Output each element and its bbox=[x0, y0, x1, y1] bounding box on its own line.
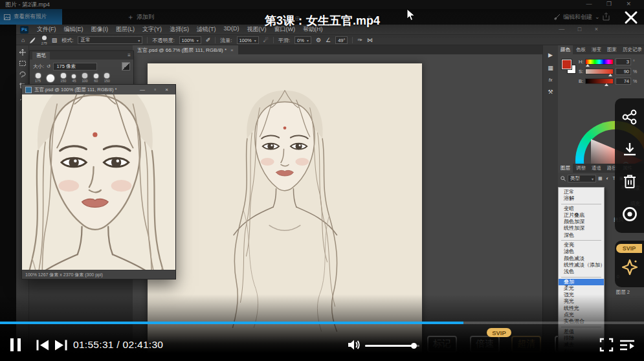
blend-mode-option[interactable]: 变亮 bbox=[559, 242, 604, 248]
ps-menu-item[interactable]: 文件(F) bbox=[37, 25, 56, 34]
panel-tab[interactable]: 色板 bbox=[573, 45, 588, 54]
saturation-slider-marker[interactable] bbox=[608, 74, 612, 76]
close-player-icon[interactable] bbox=[624, 10, 638, 25]
fx-panel-icon[interactable]: fx bbox=[549, 78, 552, 82]
ps-window-controls[interactable]: — □ × bbox=[559, 26, 604, 32]
toggle-brush-panel-icon[interactable]: ▨ bbox=[52, 37, 58, 43]
angle-field[interactable]: 49° bbox=[335, 36, 348, 44]
brightness-value-field[interactable]: 74 bbox=[616, 78, 631, 85]
view-all-photos-tab[interactable]: 查看所有照片 bbox=[0, 9, 62, 25]
volume-icon[interactable] bbox=[347, 338, 361, 351]
pressure-size-icon[interactable]: ✑ bbox=[357, 37, 362, 43]
brush-preset[interactable] bbox=[47, 74, 54, 83]
blend-mode-option[interactable]: 正片叠底 bbox=[559, 212, 604, 219]
panel-menu-icon[interactable]: ≡ bbox=[128, 52, 131, 58]
blend-mode-option[interactable]: 亮光 bbox=[559, 298, 604, 305]
trash-icon[interactable] bbox=[622, 173, 638, 190]
saturation-slider[interactable] bbox=[585, 69, 614, 74]
blend-mode-option[interactable]: 柔光 bbox=[559, 285, 604, 292]
tool-presets-icon[interactable]: ⚒ bbox=[548, 89, 553, 95]
panel-tab[interactable]: 颜色 bbox=[558, 45, 573, 54]
ps-menu-item[interactable]: 选择(S) bbox=[170, 25, 189, 34]
blend-mode-option[interactable]: 变暗 bbox=[559, 206, 604, 212]
panel-tab[interactable]: 通道 bbox=[589, 164, 604, 173]
volume-slider[interactable] bbox=[365, 345, 419, 347]
panel-tab[interactable]: 图层 bbox=[558, 164, 573, 173]
layer-row-layer2[interactable]: 图层 2 bbox=[616, 289, 630, 296]
ps-menu-item[interactable]: 图层(L) bbox=[116, 25, 135, 34]
next-video-button[interactable] bbox=[54, 339, 68, 351]
brush-preset[interactable]: 100 bbox=[82, 73, 88, 83]
foreground-background-swatches[interactable] bbox=[562, 60, 576, 74]
brush-texture-toggle[interactable] bbox=[122, 62, 130, 71]
blend-mode-option[interactable]: 滤色 bbox=[559, 248, 604, 255]
brush-preset-picker[interactable]: 175 bbox=[41, 36, 47, 45]
floating-canvas[interactable] bbox=[22, 94, 175, 270]
document-tab[interactable]: 五官.psd @ 66.7% (图层 111, RGB/8) * × bbox=[133, 45, 238, 54]
pause-button[interactable] bbox=[10, 338, 21, 351]
saturation-value-field[interactable]: 90 bbox=[616, 68, 631, 75]
brush-preset[interactable]: 45 bbox=[72, 74, 76, 83]
smoothing-gear-icon[interactable]: ⚙ bbox=[316, 37, 321, 43]
lasso-tool-icon[interactable] bbox=[19, 71, 26, 78]
volume-knob[interactable] bbox=[411, 343, 417, 349]
brightness-slider-marker[interactable] bbox=[605, 83, 608, 86]
blend-mode-option[interactable]: 颜色加深 bbox=[559, 219, 604, 225]
panel-tab[interactable]: 历史记录 bbox=[620, 45, 644, 54]
layer-filter-select[interactable]: 类型▾ bbox=[568, 175, 596, 182]
blend-mode-option[interactable]: 强光 bbox=[559, 292, 604, 298]
magic-star-icon[interactable] bbox=[621, 257, 639, 277]
add-to-button[interactable]: ＋ 添加到 bbox=[127, 9, 154, 25]
smoothing-select[interactable]: 0%▾ bbox=[294, 36, 311, 44]
reset-icon[interactable]: ↺ bbox=[47, 63, 50, 69]
panel-tab[interactable]: 渐变 bbox=[589, 45, 604, 54]
ps-canvas-area[interactable] bbox=[133, 54, 542, 353]
fullscreen-icon[interactable] bbox=[599, 338, 614, 352]
brush-tool-icon[interactable] bbox=[29, 37, 36, 44]
ps-menu-item[interactable]: 图像(I) bbox=[91, 25, 109, 34]
blend-mode-option[interactable] bbox=[561, 240, 601, 241]
record-icon[interactable] bbox=[621, 206, 638, 223]
hue-slider-marker[interactable] bbox=[586, 64, 590, 67]
airbrush-icon[interactable]: ☄ bbox=[263, 37, 269, 43]
brush-size-input[interactable]: 175 像素 bbox=[53, 63, 97, 71]
ps-menu-item[interactable]: 文字(Y) bbox=[142, 25, 162, 34]
floating-window-controls[interactable]: — ▫ × bbox=[140, 87, 172, 93]
panel-tab[interactable]: 图案 bbox=[605, 45, 619, 54]
brush-preset[interactable]: 150 bbox=[60, 73, 66, 83]
brush-preset[interactable]: 175 bbox=[35, 73, 41, 83]
mode-select[interactable]: 正常▾ bbox=[78, 36, 142, 44]
previous-video-button[interactable] bbox=[36, 339, 50, 351]
blend-mode-option[interactable]: 线性光 bbox=[559, 305, 604, 312]
close-document-icon[interactable]: × bbox=[230, 47, 234, 53]
blend-mode-option[interactable]: 线性加深 bbox=[559, 225, 604, 232]
panel-tab[interactable]: 调整 bbox=[573, 164, 588, 173]
blend-mode-option[interactable]: 正常 bbox=[559, 189, 604, 195]
blend-mode-option[interactable]: 点光 bbox=[559, 312, 604, 318]
blend-mode-option[interactable]: 叠加 bbox=[559, 279, 604, 285]
blend-mode-option[interactable]: 线性减淡（添加） bbox=[559, 262, 604, 268]
brushes-panel-tab[interactable]: 画笔 bbox=[32, 52, 50, 60]
symmetry-icon[interactable]: ⋈ bbox=[367, 37, 373, 43]
blend-mode-option[interactable]: 深色 bbox=[559, 232, 604, 239]
marquee-tool-icon[interactable] bbox=[19, 61, 26, 66]
main-document-canvas[interactable] bbox=[148, 63, 422, 353]
blend-mode-option[interactable] bbox=[561, 277, 601, 278]
share-icon[interactable] bbox=[621, 109, 638, 126]
photos-share-icon[interactable] bbox=[602, 12, 610, 21]
brightness-slider[interactable] bbox=[585, 78, 614, 84]
blend-mode-option[interactable]: 溶解 bbox=[559, 195, 604, 202]
playlist-icon[interactable] bbox=[619, 339, 636, 351]
opacity-select[interactable]: 100%▾ bbox=[179, 36, 201, 44]
foreground-color-swatch[interactable] bbox=[562, 60, 572, 69]
blend-mode-option[interactable]: 浅色 bbox=[559, 268, 604, 275]
floating-window-titlebar[interactable]: 五官.psd @ 100% (图层 111, RGB/8) * — ▫ × bbox=[22, 85, 175, 94]
blend-mode-option[interactable] bbox=[561, 204, 601, 204]
hue-slider[interactable] bbox=[585, 59, 614, 65]
blend-mode-option[interactable]: 颜色减淡 bbox=[559, 256, 604, 262]
pressure-opacity-icon[interactable]: ✐ bbox=[206, 37, 211, 43]
histogram-panel-icon[interactable]: ▦ bbox=[548, 65, 553, 71]
ps-menu-item[interactable]: 编辑(E) bbox=[64, 25, 83, 34]
home-icon[interactable]: ⌂ bbox=[21, 37, 25, 43]
photos-window-controls[interactable]: — ❐ ✕ bbox=[586, 1, 638, 7]
